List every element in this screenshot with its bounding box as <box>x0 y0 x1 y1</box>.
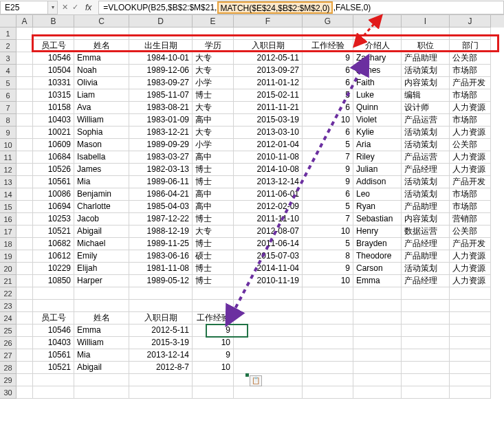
cell-ref[interactable]: Kylie <box>353 126 402 139</box>
row-header[interactable]: 30 <box>0 386 17 399</box>
lookup-join[interactable]: 2015-3-19 <box>129 337 193 349</box>
cell-id[interactable]: 10684 <box>33 151 74 164</box>
cell-id[interactable]: 10850 <box>33 275 74 287</box>
cell-exp[interactable]: 9 <box>303 263 353 275</box>
cell[interactable] <box>17 89 33 102</box>
cell-edu[interactable]: 大专 <box>193 226 234 238</box>
row-header[interactable]: 12 <box>0 164 17 176</box>
cell-id[interactable]: 10021 <box>33 126 74 139</box>
cell-edu[interactable]: 博士 <box>193 213 234 226</box>
cell-ref[interactable]: Theodore <box>353 250 402 263</box>
row-header[interactable]: 4 <box>0 65 17 77</box>
cell-pos[interactable]: 产品助理 <box>402 201 450 213</box>
col-header-C[interactable]: C <box>74 15 129 28</box>
row-header[interactable]: 19 <box>0 250 17 263</box>
cell-join[interactable]: 2015-02-11 <box>234 89 303 102</box>
col-header-I[interactable]: I <box>402 15 450 28</box>
cell-id[interactable]: 10561 <box>33 176 74 188</box>
cell-join[interactable]: 2014-11-04 <box>234 263 303 275</box>
lookup-id[interactable]: 10403 <box>33 337 74 349</box>
header-cell[interactable]: 职位 <box>402 40 450 52</box>
cell-dob[interactable]: 1983-08-21 <box>129 102 193 114</box>
lookup-exp[interactable]: 9 <box>193 349 234 362</box>
row-header[interactable]: 24 <box>0 312 17 324</box>
cell-dob[interactable]: 1986-04-21 <box>129 188 193 201</box>
lookup-exp[interactable]: 10 <box>193 362 234 374</box>
lookup-join[interactable]: 2012-5-11 <box>129 324 193 337</box>
cell-name[interactable]: Olivia <box>74 77 129 89</box>
lookup-id[interactable]: 10546 <box>33 324 74 337</box>
cell-dep[interactable]: 公关部 <box>450 139 491 151</box>
cell[interactable] <box>303 324 353 337</box>
cell[interactable] <box>402 349 450 362</box>
select-all-corner[interactable] <box>0 15 17 28</box>
cell[interactable] <box>450 349 491 362</box>
cell[interactable] <box>402 324 450 337</box>
cell-dob[interactable]: 1984-10-01 <box>129 52 193 65</box>
row-header[interactable]: 22 <box>0 287 17 300</box>
cell-exp[interactable]: 9 <box>303 176 353 188</box>
cell[interactable] <box>353 300 402 312</box>
cell-exp[interactable]: 5 <box>303 89 353 102</box>
cell-dob[interactable]: 1987-12-22 <box>129 213 193 226</box>
cell-pos[interactable]: 内容策划 <box>402 77 450 89</box>
cell[interactable] <box>353 386 402 399</box>
cell-id[interactable]: 10609 <box>33 139 74 151</box>
cell[interactable] <box>234 287 303 300</box>
cell[interactable] <box>74 374 129 386</box>
cell-exp[interactable]: 7 <box>303 213 353 226</box>
row-header[interactable]: 23 <box>0 300 17 312</box>
cell[interactable] <box>33 374 74 386</box>
cell-dob[interactable]: 1985-04-03 <box>129 201 193 213</box>
cell-edu[interactable]: 博士 <box>193 176 234 188</box>
cell[interactable] <box>303 386 353 399</box>
cell-join[interactable]: 2015-07-03 <box>234 250 303 263</box>
row-header[interactable]: 14 <box>0 188 17 201</box>
cell[interactable] <box>17 362 33 374</box>
cell-dob[interactable]: 1983-01-09 <box>129 114 193 126</box>
cell[interactable] <box>17 188 33 201</box>
cell[interactable] <box>402 362 450 374</box>
cell[interactable] <box>234 312 303 324</box>
cell-edu[interactable]: 大专 <box>193 102 234 114</box>
header-cell[interactable]: 介绍人 <box>353 40 402 52</box>
row-header[interactable]: 17 <box>0 226 17 238</box>
cell-pos[interactable]: 产品经理 <box>402 238 450 250</box>
cell-dep[interactable]: 产品开发 <box>450 77 491 89</box>
cell[interactable] <box>234 349 303 362</box>
col-header-B[interactable]: B <box>33 15 74 28</box>
cell[interactable] <box>17 263 33 275</box>
cell[interactable] <box>353 324 402 337</box>
cell-name[interactable]: Michael <box>74 238 129 250</box>
cell-pos[interactable]: 数据运营 <box>402 226 450 238</box>
header-cell[interactable]: 员工号 <box>33 40 74 52</box>
cell[interactable] <box>450 324 491 337</box>
col-header-J[interactable]: J <box>450 15 491 28</box>
cell[interactable] <box>450 337 491 349</box>
cell-id[interactable]: 10694 <box>33 201 74 213</box>
cell-name[interactable]: James <box>74 164 129 176</box>
cell[interactable] <box>353 349 402 362</box>
cell[interactable] <box>353 362 402 374</box>
cell-dob[interactable]: 1988-12-19 <box>129 226 193 238</box>
cell-dep[interactable]: 人力资源 <box>450 263 491 275</box>
row-header[interactable]: 2 <box>0 40 17 52</box>
cell-dep[interactable]: 营销部 <box>450 213 491 226</box>
cell[interactable] <box>17 139 33 151</box>
cell[interactable] <box>303 287 353 300</box>
cell[interactable] <box>17 386 33 399</box>
cell-join[interactable]: 2011-01-12 <box>234 77 303 89</box>
cell[interactable] <box>303 28 353 40</box>
lookup-name[interactable]: Emma <box>74 324 129 337</box>
cell[interactable] <box>193 28 234 40</box>
cell[interactable] <box>17 52 33 65</box>
cell[interactable] <box>234 374 303 386</box>
cell[interactable] <box>17 275 33 287</box>
lookup-name[interactable]: Abigail <box>74 362 129 374</box>
col-header-A[interactable]: A <box>17 15 33 28</box>
cell-id[interactable]: 10253 <box>33 213 74 226</box>
cell[interactable] <box>402 300 450 312</box>
cell[interactable] <box>303 349 353 362</box>
cell-pos[interactable]: 产品经理 <box>402 164 450 176</box>
paste-options-icon[interactable]: 📋 <box>250 375 262 386</box>
